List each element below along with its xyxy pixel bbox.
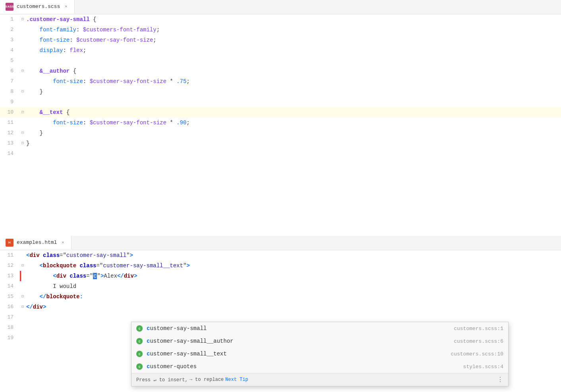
fold-icon-empty bbox=[20, 58, 25, 64]
autocomplete-item-source: styles.scss:4 bbox=[463, 364, 503, 370]
fold-icon[interactable]: ⊟ bbox=[20, 110, 25, 115]
line-number: 12 bbox=[0, 128, 20, 138]
fold-icon[interactable]: ⊟ bbox=[20, 263, 25, 268]
autocomplete-footer-arrow-text: → to replace bbox=[190, 377, 224, 382]
line-content: font-size: $customer-say-font-size; bbox=[26, 35, 561, 45]
autocomplete-footer: Press ↵ to insert, → to replace Next Tip… bbox=[132, 373, 508, 386]
code-line: 3 font-size: $customer-say-font-size; bbox=[0, 35, 561, 45]
code-line-highlighted: 10 ⊟ &__text { bbox=[0, 107, 561, 118]
tab-close-html-button[interactable]: × bbox=[60, 240, 66, 245]
line-content: <div class="c">Alex</div> bbox=[26, 271, 561, 281]
autocomplete-item-source: customers.scss:1 bbox=[454, 326, 503, 332]
editor-area: 1 ⊟ .customer-say-small { 2 font-family:… bbox=[0, 14, 561, 392]
fold-icon-empty bbox=[20, 48, 25, 53]
line-content: </blockquote: bbox=[26, 292, 561, 302]
autocomplete-item-label: customer-say-small bbox=[147, 325, 450, 332]
line-content: </div> bbox=[26, 302, 561, 312]
autocomplete-item-source: customers.scss:6 bbox=[454, 338, 503, 344]
fold-icon-empty bbox=[20, 335, 25, 341]
autocomplete-item-2[interactable]: c customer-say-small__author customers.s… bbox=[132, 335, 508, 348]
line-content: } bbox=[26, 128, 561, 138]
line-number: 5 bbox=[0, 56, 20, 66]
fold-icon[interactable]: ⊟ bbox=[20, 304, 25, 310]
code-line: 12 ⊟ } bbox=[0, 128, 561, 138]
code-line: 8 ⊟ } bbox=[0, 87, 561, 97]
code-line-with-cursor: 13 <div class="c">Alex</div> bbox=[0, 271, 561, 281]
line-content: &__text { bbox=[26, 107, 561, 118]
code-line: 13 ⊟ } bbox=[0, 138, 561, 149]
autocomplete-item-label: customer-quotes bbox=[147, 363, 459, 370]
fold-icon-empty bbox=[20, 315, 25, 320]
line-number: 2 bbox=[0, 25, 20, 35]
line-content: font-family: $customers-font-family; bbox=[26, 25, 561, 35]
autocomplete-item-4[interactable]: c customer-quotes styles.scss:4 bbox=[132, 360, 508, 373]
autocomplete-more-icon[interactable]: ⋮ bbox=[497, 376, 503, 384]
autocomplete-item-source: customers.scss:10 bbox=[451, 351, 503, 357]
tab-filename-html: examples.html bbox=[17, 239, 57, 245]
line-number: 3 bbox=[0, 35, 20, 45]
line-content: I would bbox=[26, 281, 561, 292]
line-number: 7 bbox=[0, 76, 20, 87]
line-number: 10 bbox=[0, 107, 20, 118]
autocomplete-item-icon: c bbox=[136, 351, 143, 357]
fold-icon-empty bbox=[20, 37, 25, 43]
fold-icon[interactable]: ⊟ bbox=[20, 294, 25, 299]
autocomplete-item-icon: c bbox=[136, 325, 143, 332]
code-line: 12 ⊟ <blockquote class="customer-say-sma… bbox=[0, 261, 561, 271]
code-line: 14 I would bbox=[0, 281, 561, 292]
fold-icon-empty bbox=[20, 120, 25, 126]
code-line: 11 font-size: $customer-say-font-size * … bbox=[0, 118, 561, 128]
bottom-tab-bar: H examples.html × bbox=[0, 236, 561, 250]
tab-filename: customers.scss bbox=[17, 4, 60, 10]
fold-icon-empty bbox=[20, 253, 25, 258]
tab-close-button[interactable]: × bbox=[63, 4, 69, 10]
line-number: 11 bbox=[0, 118, 20, 128]
line-number: 15 bbox=[0, 292, 20, 302]
tab-examples-html[interactable]: H examples.html × bbox=[0, 236, 72, 250]
fold-icon[interactable]: ⊟ bbox=[20, 68, 25, 74]
code-line: 9 bbox=[0, 97, 561, 107]
line-content: display: flex; bbox=[26, 45, 561, 56]
tab-customers-scss[interactable]: SASS customers.scss × bbox=[0, 0, 75, 14]
code-line: 17 bbox=[0, 312, 561, 322]
fold-icon[interactable]: ⊟ bbox=[20, 130, 25, 136]
bottom-editor-pane: 11 <div class="customer-say-small"> 12 ⊟… bbox=[0, 250, 561, 392]
code-line: 6 ⊟ &__author { bbox=[0, 66, 561, 76]
top-tab-bar: SASS customers.scss × bbox=[0, 0, 561, 14]
line-number: 14 bbox=[0, 281, 20, 292]
fold-icon-empty bbox=[20, 99, 25, 105]
scss-editor[interactable]: 1 ⊟ .customer-say-small { 2 font-family:… bbox=[0, 14, 561, 236]
line-number: 12 bbox=[0, 261, 20, 271]
autocomplete-item-3[interactable]: c customer-say-small__text customers.scs… bbox=[132, 348, 508, 360]
fold-icon-empty bbox=[20, 27, 25, 33]
autocomplete-dropdown: c customer-say-small customers.scss:1 c … bbox=[131, 322, 509, 386]
fold-icon-empty bbox=[20, 151, 25, 156]
line-number: 1 bbox=[0, 14, 20, 25]
fold-icon[interactable]: ⊟ bbox=[20, 89, 25, 95]
sass-icon: SASS bbox=[6, 3, 14, 11]
line-content: .customer-say-small { bbox=[26, 14, 561, 25]
code-line: 15 ⊟ </blockquote: bbox=[0, 292, 561, 302]
fold-icon[interactable]: ⊟ bbox=[20, 17, 25, 22]
fold-icon-empty bbox=[20, 325, 25, 330]
autocomplete-next-tip-button[interactable]: Next Tip bbox=[225, 377, 248, 382]
fold-icon[interactable]: ⊟ bbox=[20, 141, 25, 146]
line-content: <div class="customer-say-small"> bbox=[26, 250, 561, 261]
line-content: font-size: $customer-say-font-size * .90… bbox=[26, 118, 561, 128]
fold-icon-empty bbox=[20, 79, 25, 84]
line-content: <blockquote class="customer-say-small__t… bbox=[26, 261, 561, 271]
line-number: 4 bbox=[0, 45, 20, 56]
autocomplete-item-icon: c bbox=[136, 338, 143, 344]
line-content: } bbox=[26, 138, 561, 149]
top-editor-pane: 1 ⊟ .customer-say-small { 2 font-family:… bbox=[0, 14, 561, 236]
html-icon: H bbox=[6, 239, 14, 247]
line-content: } bbox=[26, 87, 561, 97]
autocomplete-footer-press-text: Press ↵ to insert, bbox=[136, 377, 188, 383]
line-number: 11 bbox=[0, 250, 20, 261]
line-number: 19 bbox=[0, 333, 20, 343]
line-content: font-size: $customer-say-font-size * .75… bbox=[26, 76, 561, 87]
line-number: 9 bbox=[0, 97, 20, 107]
code-line: 16 ⊟ </div> bbox=[0, 302, 561, 312]
code-line: 4 display: flex; bbox=[0, 45, 561, 56]
autocomplete-item-1[interactable]: c customer-say-small customers.scss:1 bbox=[132, 322, 508, 335]
